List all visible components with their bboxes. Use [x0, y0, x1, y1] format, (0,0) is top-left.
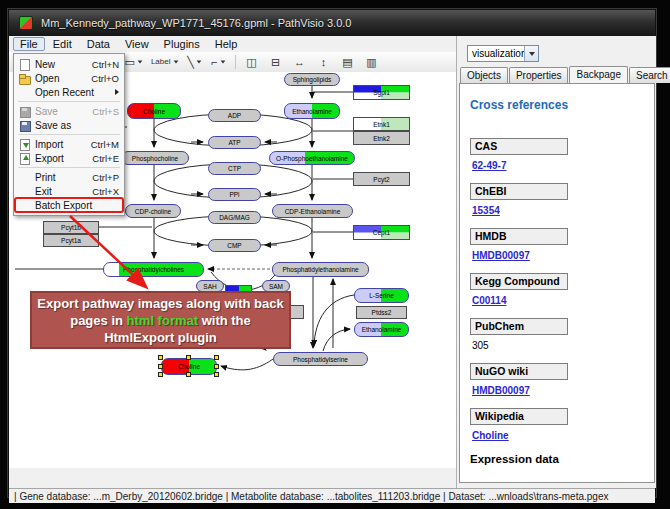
align-center-y-icon: ⊟ — [271, 55, 280, 69]
node-phosphocholine[interactable]: Phosphocholine — [121, 151, 189, 165]
new-connector-button[interactable]: ⌐ — [208, 53, 230, 71]
node-pcyt2[interactable]: Pcyt2 — [353, 172, 410, 186]
menubar-item-edit[interactable]: Edit — [46, 37, 79, 51]
node-pcyt1a[interactable]: Pcyt1a — [43, 234, 99, 247]
node-atp[interactable]: ATP — [208, 136, 261, 149]
menu-separator — [18, 134, 120, 135]
selection-handle[interactable] — [186, 355, 191, 360]
align-center-y-button[interactable]: ⊟ — [265, 53, 287, 71]
tab-objects[interactable]: Objects — [460, 67, 508, 83]
node-cdp-ethanolamine[interactable]: CDP-Ethanolamine — [272, 204, 353, 218]
node-adp[interactable]: ADP — [208, 109, 261, 122]
node-etnk1[interactable]: Etnk1 — [353, 117, 410, 131]
file-menu-item-exit[interactable]: ExitCtrl+X — [15, 184, 123, 198]
xref-link[interactable]: Choline — [472, 430, 646, 441]
tab-properties[interactable]: Properties — [509, 67, 569, 83]
node-phosphatidylcholines[interactable]: Phosphatidylcholines — [103, 262, 204, 277]
menu-item-spacer — [18, 200, 31, 211]
xref-link[interactable]: C00114 — [472, 295, 646, 306]
node-ctp[interactable]: CTP — [208, 162, 261, 175]
menu-item-shortcut: Ctrl+N — [92, 59, 119, 70]
node-o-phosphoethanolamine[interactable]: O-Phosphoethanolamine — [269, 151, 355, 165]
menu-item-label: Open Recent — [35, 87, 115, 98]
visualization-dropdown-icon[interactable] — [524, 46, 538, 61]
xref-value: 305 — [472, 340, 646, 351]
node-phosphatidylserine[interactable]: Phosphatidylserine — [273, 352, 368, 366]
xref-section-hmdb: HMDBHMDB00097 — [470, 228, 646, 261]
file-menu-item-import[interactable]: ImportCtrl+M — [15, 137, 123, 151]
new-datanode-button[interactable]: ▭ — [122, 53, 146, 71]
open-folder-icon — [18, 73, 31, 84]
common-width-button[interactable]: ↔ — [289, 53, 311, 71]
common-width-icon: ↔ — [294, 55, 305, 69]
selection-handle[interactable] — [214, 372, 219, 377]
node-dag-mag[interactable]: DAG/MAG — [208, 211, 261, 224]
node-l-serine[interactable]: L-Serine — [354, 288, 409, 303]
node-phosphatidylethanolamine[interactable]: Phosphatidylethanolamine — [272, 262, 369, 277]
stack-horizontal-button[interactable]: ▥ — [361, 53, 383, 71]
node-cmp[interactable]: CMP — [208, 239, 261, 252]
visualization-combobox[interactable]: visualization — [467, 45, 539, 62]
common-height-icon: ↕ — [321, 55, 327, 69]
node-choline-top[interactable]: Choline — [127, 103, 181, 119]
menu-item-label: Export — [35, 153, 86, 164]
expression-data-heading: Expression data — [470, 453, 646, 465]
new-label-icon: Label — [151, 55, 171, 69]
menubar-item-file[interactable]: File — [13, 37, 45, 51]
xref-link[interactable]: 15354 — [472, 205, 646, 216]
new-label-button[interactable]: Label — [148, 53, 182, 71]
xref-title: PubChem — [470, 318, 568, 335]
annotation-line-1: Export pathway images along with back — [37, 295, 283, 312]
file-menu-item-save-as[interactable]: Save as — [15, 118, 123, 132]
stack-vertical-button[interactable]: ▤ — [337, 53, 359, 71]
node-sgpl1[interactable]: Sgpl1 — [353, 85, 410, 100]
menu-item-label: Import — [35, 139, 85, 150]
file-menu-item-open-recent[interactable]: Open Recent — [15, 85, 123, 99]
node-sphingolipids[interactable]: Sphingolipids — [284, 73, 340, 86]
application-window: Mm_Kennedy_pathway_WP1771_45176.gpml - P… — [8, 9, 656, 497]
node-ppi[interactable]: PPi — [208, 188, 261, 201]
selection-handle[interactable] — [214, 355, 219, 360]
xref-link[interactable]: HMDB00097 — [472, 250, 646, 261]
selection-handle[interactable] — [158, 364, 163, 369]
node-cept1[interactable]: Cept1 — [353, 225, 410, 240]
selection-handle[interactable] — [186, 372, 191, 377]
file-menu-item-batch-export[interactable]: Batch Export — [15, 198, 123, 212]
node-pcyt1b[interactable]: Pcyt1b — [43, 221, 99, 234]
node-ethanolamine-top[interactable]: Ethanolamine — [284, 103, 340, 119]
menubar-item-view[interactable]: View — [118, 37, 156, 51]
node-ethanolamine-bottom[interactable]: Ethanolamine — [354, 322, 409, 337]
annotation-callout: Export pathway images along with back pa… — [30, 291, 291, 349]
menubar-item-data[interactable]: Data — [80, 37, 117, 51]
status-bar: | Gene database: ...m_Derby_20120602.bri… — [9, 488, 655, 503]
new-line-button[interactable]: ╲ — [184, 53, 206, 71]
file-menu: NewCtrl+NOpenCtrl+OOpen RecentSaveCtrl+S… — [13, 53, 125, 216]
node-etnk2[interactable]: Etnk2 — [353, 131, 410, 145]
selection-handle[interactable] — [158, 372, 163, 377]
node-ptdss2[interactable]: Ptdss2 — [356, 306, 407, 319]
selection-handle[interactable] — [214, 364, 219, 369]
dropdown-caret-icon — [173, 60, 178, 63]
window-title: Mm_Kennedy_pathway_WP1771_45176.gpml - P… — [41, 17, 351, 29]
file-menu-item-save[interactable]: SaveCtrl+S — [15, 104, 123, 118]
file-menu-item-print[interactable]: PrintCtrl+P — [15, 170, 123, 184]
menu-item-label: Batch Export — [35, 200, 119, 211]
file-menu-item-new[interactable]: NewCtrl+N — [15, 57, 123, 71]
tab-search[interactable]: Search — [629, 67, 670, 83]
new-line-icon: ╲ — [187, 55, 194, 69]
tab-backpage[interactable]: Backpage — [569, 66, 627, 84]
common-height-button[interactable]: ↕ — [313, 53, 335, 71]
node-cdp-choline[interactable]: CDP-choline — [125, 204, 181, 218]
visualization-value: visualization — [468, 48, 524, 59]
dropdown-caret-icon — [138, 60, 143, 63]
file-menu-item-open[interactable]: OpenCtrl+O — [15, 71, 123, 85]
menu-bar: FileEditDataViewPluginsHelp — [9, 36, 460, 52]
file-menu-item-export[interactable]: ExportCtrl+E — [15, 151, 123, 165]
align-center-x-button[interactable]: ◫ — [241, 53, 263, 71]
menubar-item-plugins[interactable]: Plugins — [157, 37, 207, 51]
backpage-panel: Cross references CAS62-49-7ChEBI15354HMD… — [459, 83, 655, 483]
selection-handle[interactable] — [158, 355, 163, 360]
xref-link[interactable]: HMDB00097 — [472, 385, 646, 396]
xref-link[interactable]: 62-49-7 — [472, 160, 646, 171]
menubar-item-help[interactable]: Help — [208, 37, 245, 51]
